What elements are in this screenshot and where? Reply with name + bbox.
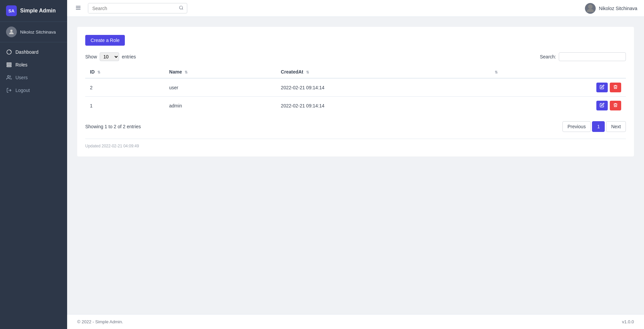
show-entries: Show 10 25 50 100 entries — [85, 52, 136, 61]
show-label: Show — [85, 54, 97, 59]
svg-rect-4 — [7, 66, 11, 67]
logout-icon — [6, 87, 12, 93]
page-1-button[interactable]: 1 — [592, 121, 605, 132]
svg-rect-2 — [7, 63, 11, 64]
pagination-info: Showing 1 to 2 of 2 entries — [85, 124, 141, 129]
sidebar-logo: SA Simple Admin — [0, 0, 67, 22]
sidebar-item-users[interactable]: Users — [0, 71, 67, 84]
sidebar-users-label: Users — [15, 75, 28, 80]
search-filter-label: Search: — [540, 54, 556, 59]
main-content: Nikoloz Sitchinava Create a Role Show 10… — [67, 0, 644, 329]
svg-point-5 — [7, 76, 9, 77]
sidebar-nav: Dashboard Roles Users Logout — [0, 42, 67, 329]
sidebar-item-logout[interactable]: Logout — [0, 84, 67, 97]
entries-select[interactable]: 10 25 50 100 — [100, 52, 119, 61]
sidebar-item-dashboard[interactable]: Dashboard — [0, 46, 67, 58]
table-header: ID ⇅ Name ⇅ CreatedAt ⇅ — [85, 66, 626, 78]
roles-table: ID ⇅ Name ⇅ CreatedAt ⇅ — [85, 66, 626, 114]
next-button[interactable]: Next — [606, 121, 626, 132]
topbar-username: Nikoloz Sitchinava — [599, 6, 637, 11]
sidebar: SA Simple Admin Nikoloz Sitchinava Dashb… — [0, 0, 67, 329]
sort-icon-id: ⇅ — [97, 70, 100, 75]
footer-version: v1.0.0 — [622, 319, 634, 324]
col-name[interactable]: Name ⇅ — [164, 66, 276, 78]
create-role-button[interactable]: Create a Role — [85, 35, 125, 46]
col-created-at[interactable]: CreatedAt ⇅ — [276, 66, 489, 78]
svg-point-0 — [10, 30, 13, 32]
topbar: Nikoloz Sitchinava — [67, 0, 644, 17]
pagination-area: Showing 1 to 2 of 2 entries Previous 1 N… — [85, 121, 626, 132]
svg-point-10 — [180, 6, 183, 9]
table-row: 1 admin 2022-02-21 09:14:14 — [85, 97, 626, 115]
sidebar-roles-label: Roles — [15, 62, 28, 67]
delete-button[interactable] — [610, 83, 621, 92]
search-filter: Search: — [540, 52, 626, 61]
sidebar-item-roles[interactable]: Roles — [0, 58, 67, 71]
footer: © 2022 - Simple Admin. v1.0.0 — [67, 314, 644, 329]
sidebar-username: Nikoloz Sitchinava — [20, 30, 56, 35]
dashboard-icon — [6, 49, 12, 55]
svg-point-12 — [588, 4, 592, 9]
cell-id: 1 — [85, 97, 164, 115]
delete-button[interactable] — [610, 101, 621, 110]
page-content: Create a Role Show 10 25 50 100 entries — [67, 17, 644, 314]
search-box — [88, 3, 187, 13]
edit-button[interactable] — [596, 101, 608, 110]
search-button[interactable] — [176, 3, 187, 13]
col-id[interactable]: ID ⇅ — [85, 66, 164, 78]
topbar-left — [74, 3, 187, 13]
roles-icon — [6, 62, 12, 68]
topbar-right: Nikoloz Sitchinava — [585, 3, 637, 14]
logo-badge: SA — [6, 5, 17, 16]
cell-actions — [489, 97, 626, 115]
sidebar-user: Nikoloz Sitchinava — [0, 22, 67, 42]
sort-icon-actions: ⇅ — [495, 70, 498, 75]
cell-name: admin — [164, 97, 276, 115]
svg-rect-3 — [7, 64, 11, 65]
edit-button[interactable] — [596, 83, 608, 92]
entries-label: entries — [122, 54, 136, 59]
table-search-input[interactable] — [559, 52, 626, 61]
roles-card: Create a Role Show 10 25 50 100 entries — [77, 27, 634, 156]
users-icon — [6, 75, 12, 81]
app-name: Simple Admin — [20, 8, 56, 14]
sidebar-logout-label: Logout — [15, 88, 30, 93]
cell-created-at: 2022-02-21 09:14:14 — [276, 78, 489, 97]
sidebar-user-avatar — [6, 27, 17, 37]
cell-id: 2 — [85, 78, 164, 97]
sort-icon-name: ⇅ — [185, 70, 188, 75]
cell-actions — [489, 78, 626, 97]
col-actions: ⇅ — [489, 66, 626, 78]
updated-text: Updated 2022-02-21 04:09:49 — [85, 139, 626, 148]
table-body: 2 user 2022-02-21 09:14:14 1 admin 2022-… — [85, 78, 626, 114]
table-row: 2 user 2022-02-21 09:14:14 — [85, 78, 626, 97]
topbar-user-avatar — [585, 3, 596, 14]
svg-line-11 — [182, 9, 183, 10]
sort-icon-created-at: ⇅ — [306, 70, 309, 75]
cell-created-at: 2022-02-21 09:14:14 — [276, 97, 489, 115]
search-input[interactable] — [88, 4, 176, 13]
cell-name: user — [164, 78, 276, 97]
previous-button[interactable]: Previous — [562, 121, 591, 132]
footer-copyright: © 2022 - Simple Admin. — [77, 319, 123, 324]
sidebar-dashboard-label: Dashboard — [15, 49, 39, 55]
pagination-buttons: Previous 1 Next — [562, 121, 626, 132]
table-controls: Show 10 25 50 100 entries Search: — [85, 52, 626, 61]
hamburger-button[interactable] — [74, 3, 83, 13]
